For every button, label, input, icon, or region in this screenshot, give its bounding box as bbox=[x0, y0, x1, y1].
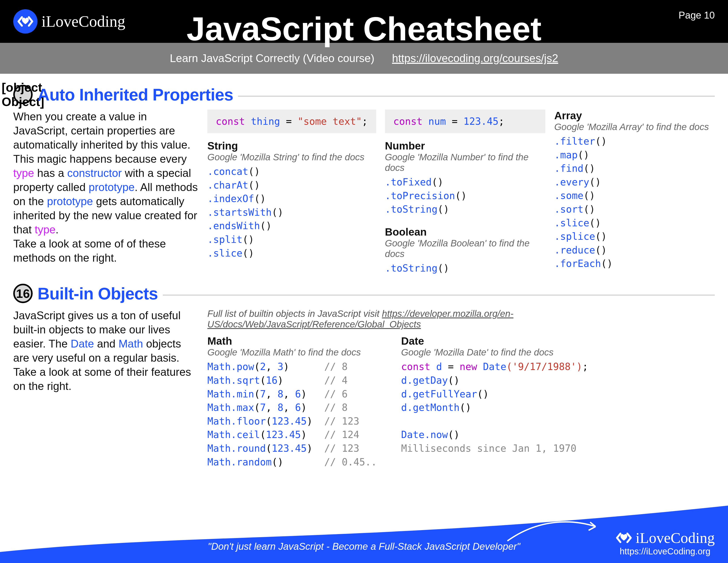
math-column: Math Google 'Mozilla Math' to find the d… bbox=[207, 335, 377, 469]
section-15-title: Auto Inherited Properties bbox=[38, 85, 233, 104]
section-number-badge: [object Object] bbox=[13, 85, 33, 104]
number-code-sample: const num = 123.45; bbox=[385, 109, 546, 133]
keyword-date: Date bbox=[71, 338, 94, 350]
boolean-heading: Boolean bbox=[385, 226, 546, 238]
section-rule bbox=[238, 96, 715, 96]
section-16-body: JavaScript gives us a ton of useful buil… bbox=[13, 309, 715, 469]
footer-tagline: "Don't just learn JavaScript - Become a … bbox=[208, 541, 520, 552]
keyword-prototype: prototype bbox=[89, 181, 135, 193]
array-subheading: Google 'Mozilla Array' to find the docs bbox=[554, 122, 715, 132]
keyword-math: Math bbox=[118, 338, 143, 350]
section-15-header: [object Object] Auto Inherited Propertie… bbox=[13, 85, 715, 104]
keyword-type-2: type bbox=[35, 223, 56, 236]
course-link[interactable]: https://ilovecoding.org/courses/js2 bbox=[392, 52, 558, 65]
section-16-header: 16 Built-in Objects bbox=[13, 284, 715, 303]
date-column: Date Google 'Mozilla Date' to find the d… bbox=[401, 335, 588, 469]
section-rule-16 bbox=[163, 295, 715, 296]
footer-brand-name: iLoveCoding bbox=[636, 530, 715, 545]
footer-url[interactable]: https://iLoveCoding.org bbox=[620, 546, 710, 556]
section-15-body: When you create a value in JavaScript, c… bbox=[13, 109, 715, 275]
number-heading: Number bbox=[385, 140, 546, 152]
section-16: 16 Built-in Objects JavaScript gives us … bbox=[13, 284, 715, 469]
section-15-columns: const thing = "some text"; String Google… bbox=[207, 109, 715, 275]
section-15-intro: When you create a value in JavaScript, c… bbox=[13, 109, 199, 275]
string-column: const thing = "some text"; String Google… bbox=[207, 109, 376, 275]
number-boolean-column: const num = 123.45; Number Google 'Mozil… bbox=[385, 109, 546, 275]
brand-lockup: iLoveCoding bbox=[13, 9, 125, 34]
array-column: Array Google 'Mozilla Array' to find the… bbox=[554, 109, 715, 275]
keyword-prototype-2: prototype bbox=[47, 195, 93, 207]
page-title: JavaScript Cheatsheet bbox=[186, 12, 541, 45]
section-number-badge-16: 16 bbox=[13, 284, 33, 303]
number-subheading: Google 'Mozilla Number' to find the docs bbox=[385, 152, 546, 173]
boolean-subheading: Google 'Mozilla Boolean' to find the doc… bbox=[385, 238, 546, 259]
string-subheading: Google 'Mozilla String' to find the docs bbox=[207, 152, 376, 162]
section-16-title: Built-in Objects bbox=[38, 284, 158, 303]
number-methods: .toFixed().toPrecision().toString() bbox=[385, 175, 546, 216]
string-heading: String bbox=[207, 140, 376, 152]
string-code-sample: const thing = "some text"; bbox=[207, 109, 376, 133]
array-heading: Array bbox=[554, 109, 715, 122]
footer: "Don't just learn JavaScript - Become a … bbox=[0, 506, 728, 563]
header-bar: iLoveCoding JavaScript Cheatsheet Page 1… bbox=[0, 0, 728, 43]
string-methods: .concat().charAt().indexOf().startsWith(… bbox=[207, 165, 376, 260]
brand-name: iLoveCoding bbox=[41, 13, 125, 29]
math-code-lines: Math.pow(2, 3) // 8 Math.sqrt(16) // 4 M… bbox=[207, 360, 377, 469]
math-subheading: Google 'Mozilla Math' to find the docs bbox=[207, 347, 377, 358]
logo-icon-footer bbox=[615, 529, 632, 546]
course-label: Learn JavaScript Correctly (Video course… bbox=[170, 52, 374, 65]
keyword-type: type bbox=[13, 167, 34, 179]
footer-brand: iLoveCoding https://iLoveCoding.org bbox=[615, 529, 715, 556]
date-code-lines: const d = new Date('9/17/1988'); d.getDa… bbox=[401, 360, 588, 455]
subheader-bar: Learn JavaScript Correctly (Video course… bbox=[0, 43, 728, 74]
boolean-methods: .toString() bbox=[385, 261, 546, 275]
date-subheading: Google 'Mozilla Date' to find the docs bbox=[401, 347, 588, 358]
logo-icon bbox=[13, 9, 38, 34]
page-number: Page 10 bbox=[679, 10, 715, 21]
date-heading: Date bbox=[401, 335, 588, 347]
builtin-full-list-note: Full list of builtin objects in JavaScri… bbox=[207, 309, 715, 330]
section-16-intro: JavaScript gives us a ton of useful buil… bbox=[13, 309, 199, 469]
content-area: [object Object] Auto Inherited Propertie… bbox=[0, 74, 728, 469]
keyword-constructor: constructor bbox=[67, 167, 122, 179]
array-methods: .filter().map().find().every().some().so… bbox=[554, 134, 715, 270]
math-heading: Math bbox=[207, 335, 377, 347]
section-16-right: Full list of builtin objects in JavaScri… bbox=[207, 309, 715, 469]
